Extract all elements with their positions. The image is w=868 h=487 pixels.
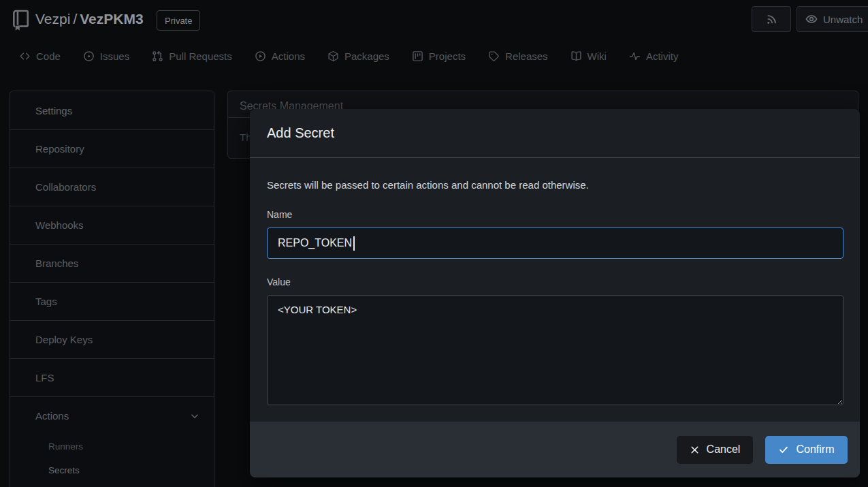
- repo-title: Vezpi/VezPKM3: [35, 11, 144, 27]
- secret-name-input[interactable]: REPO_TOKEN: [267, 227, 843, 259]
- project-board-icon: [412, 50, 423, 62]
- sidebar-item-tags[interactable]: Tags: [10, 282, 214, 320]
- sidebar-item-runners[interactable]: Runners: [10, 435, 214, 458]
- unwatch-label: Unwatch: [823, 14, 863, 25]
- book-icon: [570, 50, 582, 62]
- tab-releases[interactable]: Releases: [488, 50, 548, 62]
- tab-label: Packages: [344, 50, 389, 62]
- confirm-label: Confirm: [796, 443, 834, 456]
- sidebar-item-secrets[interactable]: Secrets: [10, 458, 214, 482]
- settings-sidebar: Settings Repository Collaborators Webhoo…: [10, 91, 214, 487]
- sidebar-item-deploy-keys[interactable]: Deploy Keys: [10, 320, 214, 358]
- modal-title: Add Secret: [267, 125, 334, 141]
- secret-name-value: REPO_TOKEN: [278, 237, 352, 249]
- private-badge: Private: [157, 10, 200, 31]
- sidebar-item-settings[interactable]: Settings: [10, 91, 214, 129]
- repo-owner-link[interactable]: Vezpi: [35, 11, 70, 27]
- sidebar-item-webhooks[interactable]: Webhooks: [10, 206, 214, 244]
- modal-header: Add Secret: [250, 109, 860, 158]
- sidebar-item-actions[interactable]: Actions: [10, 396, 214, 435]
- tab-issues[interactable]: Issues: [83, 50, 129, 62]
- tag-icon: [488, 50, 500, 62]
- repo-title-separator: /: [70, 11, 80, 27]
- name-field-label: Name: [267, 209, 843, 221]
- text-caret: [353, 236, 355, 251]
- tab-label: Code: [36, 50, 61, 62]
- close-icon: [690, 445, 700, 455]
- rss-icon: [766, 14, 777, 25]
- cancel-button[interactable]: Cancel: [677, 436, 753, 464]
- repo-name-link[interactable]: VezPKM3: [80, 11, 143, 27]
- sidebar-item-repository[interactable]: Repository: [10, 129, 214, 168]
- add-secret-modal: Add Secret Secrets will be passed to cer…: [250, 109, 860, 477]
- pulse-icon: [629, 50, 641, 62]
- tab-label: Pull Requests: [169, 50, 232, 62]
- check-icon: [778, 444, 789, 455]
- sidebar-item-collaborators[interactable]: Collaborators: [10, 168, 214, 206]
- rss-feed-button[interactable]: [752, 6, 791, 32]
- git-pull-request-icon: [152, 50, 163, 62]
- repo-header: Vezpi/VezPKM3 Private Unwatch: [0, 0, 868, 41]
- package-icon: [327, 50, 339, 62]
- chevron-down-icon: [189, 411, 200, 422]
- tab-packages[interactable]: Packages: [327, 50, 389, 62]
- value-field-label: Value: [267, 277, 843, 288]
- play-circle-icon: [255, 50, 266, 62]
- tab-label: Actions: [272, 50, 305, 62]
- tab-label: Issues: [100, 50, 129, 62]
- sidebar-item-label: Actions: [35, 410, 69, 422]
- issue-opened-icon: [83, 50, 95, 62]
- tab-label: Activity: [646, 50, 679, 62]
- tab-label: Projects: [429, 50, 466, 62]
- tab-activity[interactable]: Activity: [629, 50, 679, 62]
- eye-icon: [805, 13, 818, 25]
- app-window: Vezpi/VezPKM3 Private Unwatch: [0, 0, 868, 487]
- tab-projects[interactable]: Projects: [412, 50, 466, 62]
- unwatch-button[interactable]: Unwatch: [797, 6, 868, 32]
- tab-label: Releases: [505, 50, 548, 62]
- tab-label: Wiki: [588, 50, 607, 62]
- tab-pull-requests[interactable]: Pull Requests: [152, 50, 232, 62]
- confirm-button[interactable]: Confirm: [765, 436, 848, 464]
- secret-value-textarea[interactable]: <YOUR TOKEN>: [267, 295, 843, 405]
- sidebar-item-lfs[interactable]: LFS: [10, 358, 214, 396]
- code-icon: [19, 50, 31, 62]
- modal-body: Secrets will be passed to certain action…: [250, 158, 860, 408]
- sidebar-item-branches[interactable]: Branches: [10, 244, 214, 282]
- repo-nav-tabs: Code Issues Pull Requests Actions Packag…: [0, 41, 868, 72]
- modal-footer: Cancel Confirm: [250, 422, 860, 477]
- modal-description: Secrets will be passed to certain action…: [267, 178, 843, 191]
- tab-actions[interactable]: Actions: [255, 50, 305, 62]
- tab-code[interactable]: Code: [19, 50, 61, 62]
- tab-wiki[interactable]: Wiki: [570, 50, 607, 62]
- cancel-label: Cancel: [707, 443, 741, 456]
- repo-book-icon: [11, 9, 31, 32]
